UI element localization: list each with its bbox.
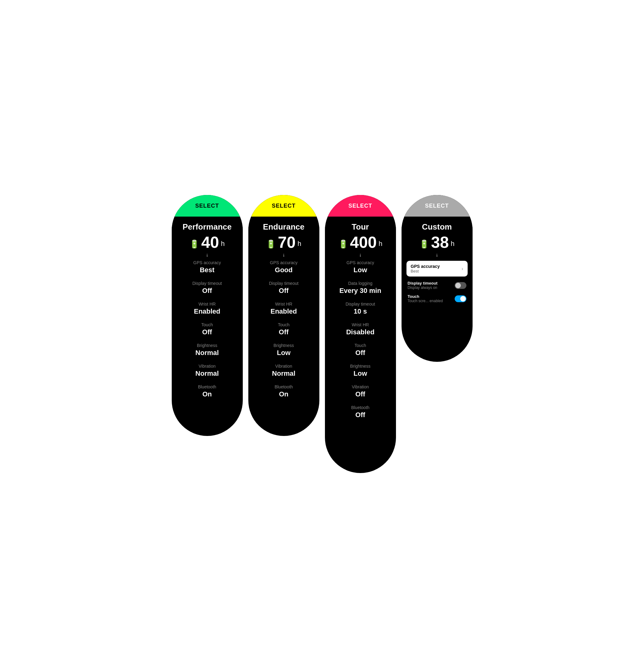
setting-wristhr-value-endurance: Enabled (255, 307, 313, 316)
battery-unit-endurance: h (297, 240, 301, 248)
touch-toggle[interactable] (455, 295, 466, 302)
display-timeout-val: Display always on (408, 286, 438, 290)
chevron-down-performance: ↓ (206, 252, 209, 258)
select-label-endurance[interactable]: SELECT (272, 203, 295, 209)
setting-gps-label-endurance: GPS accuracy (255, 260, 313, 265)
gps-accuracy-text: GPS accuracy Best (411, 264, 440, 273)
setting-bluetooth-tour: Bluetooth Off (331, 405, 390, 419)
card-top-tour: SELECT (325, 195, 396, 217)
setting-gps-value-endurance: Good (255, 266, 313, 274)
setting-display-endurance: Display timeout Off (255, 281, 313, 295)
setting-vibration-value-endurance: Normal (255, 369, 313, 378)
select-label-custom[interactable]: SELECT (425, 203, 449, 209)
setting-gps-label-tour: GPS accuracy (331, 260, 390, 265)
display-timeout-toggle[interactable] (455, 282, 466, 289)
card-custom[interactable]: SELECT Custom 🔋 38 h ↓ GPS accuracy Best… (401, 195, 473, 362)
setting-display-performance: Display timeout Off (178, 281, 236, 295)
setting-gps-value-performance: Best (178, 266, 236, 274)
setting-brightness-performance: Brightness Normal (178, 343, 236, 357)
setting-display-value-tour: 10 s (331, 307, 390, 316)
gps-accuracy-val: Best (411, 269, 440, 273)
setting-touch-label-tour: Touch (331, 343, 390, 348)
setting-wristhr-value-performance: Enabled (178, 307, 236, 316)
setting-vibration-label-endurance: Vibration (255, 364, 313, 369)
card-top-custom: SELECT (401, 195, 473, 217)
setting-touch-performance: Touch Off (178, 322, 236, 336)
card-tour[interactable]: SELECT Tour 🔋 400 h ↓ GPS accuracy Low D… (325, 195, 396, 473)
card-top-performance: SELECT (172, 195, 243, 217)
touch-title: Touch (408, 294, 443, 299)
setting-vibration-endurance: Vibration Normal (255, 364, 313, 378)
setting-display-label-endurance: Display timeout (255, 281, 313, 286)
setting-touch-endurance: Touch Off (255, 322, 313, 336)
setting-touch-value-endurance: Off (255, 328, 313, 336)
setting-gps-endurance: GPS accuracy Good (255, 260, 313, 274)
gps-accuracy-row[interactable]: GPS accuracy Best › (407, 261, 467, 276)
setting-vibration-label-tour: Vibration (331, 384, 390, 389)
battery-hours-custom: 38 (431, 234, 449, 250)
setting-bluetooth-label-performance: Bluetooth (178, 384, 236, 389)
setting-display-label-tour: Display timeout (331, 302, 390, 306)
card-endurance[interactable]: SELECT Endurance 🔋 70 h ↓ GPS accuracy G… (248, 195, 319, 436)
battery-unit-performance: h (221, 240, 225, 248)
setting-bluetooth-value-endurance: On (255, 390, 313, 398)
setting-wristhr-performance: Wrist HR Enabled (178, 302, 236, 316)
select-label-tour[interactable]: SELECT (349, 203, 372, 209)
setting-wristhr-label-endurance: Wrist HR (255, 302, 313, 306)
setting-brightness-tour: Brightness Low (331, 364, 390, 378)
setting-brightness-label-tour: Brightness (331, 364, 390, 369)
setting-brightness-value-performance: Normal (178, 349, 236, 357)
setting-touch-label-endurance: Touch (255, 322, 313, 327)
setting-bluetooth-value-tour: Off (331, 411, 390, 419)
profile-name-custom: Custom (422, 222, 452, 232)
cards-container: SELECT Performance 🔋 40 h ↓ GPS accuracy… (172, 195, 473, 473)
setting-wristhr-value-tour: Disabled (331, 328, 390, 336)
setting-touch-tour: Touch Off (331, 343, 390, 357)
setting-bluetooth-performance: Bluetooth On (178, 384, 236, 398)
setting-wristhr-label-tour: Wrist HR (331, 322, 390, 327)
card-body-performance: Performance 🔋 40 h ↓ GPS accuracy Best D… (172, 217, 243, 414)
gps-accuracy-title: GPS accuracy (411, 264, 440, 269)
setting-vibration-value-performance: Normal (178, 369, 236, 378)
battery-icon-tour: 🔋 (338, 240, 348, 249)
setting-vibration-label-performance: Vibration (178, 364, 236, 369)
setting-wristhr-endurance: Wrist HR Enabled (255, 302, 313, 316)
card-body-endurance: Endurance 🔋 70 h ↓ GPS accuracy Good Dis… (248, 217, 319, 414)
setting-gps-value-tour: Low (331, 266, 390, 274)
chevron-down-tour: ↓ (359, 252, 362, 258)
setting-gps-label-performance: GPS accuracy (178, 260, 236, 265)
setting-display-value-performance: Off (178, 287, 236, 295)
battery-hours-endurance: 70 (278, 234, 295, 250)
battery-row-endurance: 🔋 70 h (266, 234, 301, 250)
card-body-tour: Tour 🔋 400 h ↓ GPS accuracy Low Data log… (325, 217, 396, 435)
setting-datalogging-tour: Data logging Every 30 min (331, 281, 390, 295)
chevron-right-icon: › (461, 266, 463, 272)
display-timeout-row: Display timeout Display always on (407, 281, 467, 290)
setting-brightness-value-tour: Low (331, 369, 390, 378)
setting-bluetooth-label-tour: Bluetooth (331, 405, 390, 410)
setting-gps-performance: GPS accuracy Best (178, 260, 236, 274)
display-timeout-title: Display timeout (408, 281, 438, 286)
card-top-endurance: SELECT (248, 195, 319, 217)
setting-vibration-tour: Vibration Off (331, 384, 390, 398)
setting-vibration-performance: Vibration Normal (178, 364, 236, 378)
battery-unit-tour: h (379, 240, 382, 248)
setting-bluetooth-label-endurance: Bluetooth (255, 384, 313, 389)
setting-brightness-label-endurance: Brightness (255, 343, 313, 348)
select-label-performance[interactable]: SELECT (195, 203, 219, 209)
battery-hours-performance: 40 (201, 234, 219, 250)
profile-name-endurance: Endurance (263, 222, 304, 232)
setting-brightness-label-performance: Brightness (178, 343, 236, 348)
setting-brightness-endurance: Brightness Low (255, 343, 313, 357)
touch-val: Touch scre... enabled (408, 299, 443, 303)
chevron-down-endurance: ↓ (282, 252, 285, 258)
battery-icon-custom: 🔋 (419, 240, 429, 249)
setting-vibration-value-tour: Off (331, 390, 390, 398)
setting-touch-value-tour: Off (331, 349, 390, 357)
card-performance[interactable]: SELECT Performance 🔋 40 h ↓ GPS accuracy… (172, 195, 243, 436)
display-timeout-text: Display timeout Display always on (408, 281, 438, 290)
setting-wristhr-tour: Wrist HR Disabled (331, 322, 390, 336)
battery-row-tour: 🔋 400 h (338, 234, 382, 250)
battery-icon-endurance: 🔋 (266, 240, 276, 249)
battery-icon-performance: 🔋 (189, 240, 199, 249)
